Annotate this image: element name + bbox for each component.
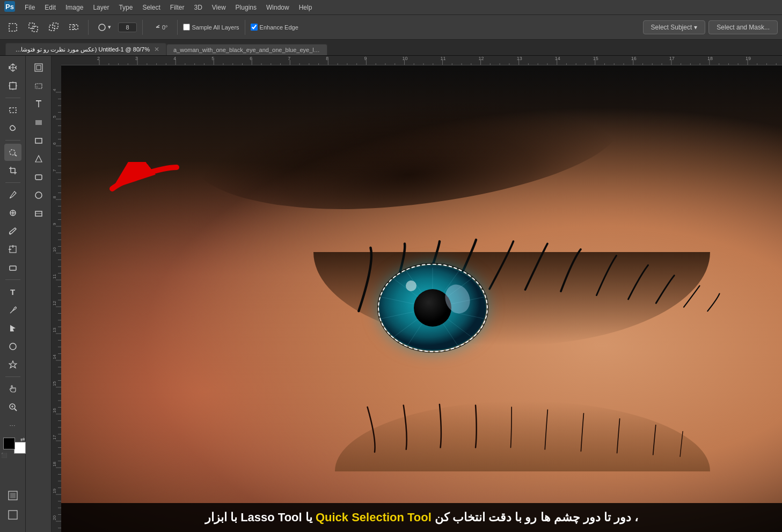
clone-stamp-btn[interactable] <box>4 241 21 258</box>
bottom-text-part3: ، دور تا دور چشم ها رو با دقت انتخاب کن <box>435 511 638 524</box>
add-selection-btn[interactable] <box>25 20 42 34</box>
svg-rect-41 <box>9 511 17 519</box>
rect-shape2-btn[interactable] <box>30 114 47 131</box>
path-select-btn[interactable] <box>4 320 21 337</box>
background-color[interactable] <box>14 442 26 454</box>
svg-marker-48 <box>35 156 42 162</box>
separator-4 <box>245 20 245 35</box>
eye-iris <box>379 265 486 351</box>
main-area: T ··· ⇄ ⬛ <box>0 56 782 532</box>
svg-rect-5 <box>49 25 55 31</box>
menu-item-edit[interactable]: Edit <box>40 2 60 13</box>
enhance-edge-label[interactable]: Enhance Edge <box>251 24 298 31</box>
svg-rect-12 <box>10 83 16 89</box>
tab-close-0[interactable]: ✕ <box>154 46 159 53</box>
rect3-btn[interactable] <box>30 168 47 186</box>
svg-rect-4 <box>32 26 38 32</box>
menu-item-file[interactable]: File <box>20 2 39 13</box>
horizontal-ruler <box>61 56 782 65</box>
rect-outline2-btn[interactable] <box>30 132 47 149</box>
menu-item-filter[interactable]: Filter <box>166 2 189 13</box>
quick-selection-tool-btn[interactable] <box>4 144 21 161</box>
menu-item-plugins[interactable]: Plugins <box>231 2 261 13</box>
svg-rect-40 <box>10 493 16 498</box>
tab-untitled[interactable]: Untitled-1 @ 80/7% (عکس مورد نظرت رو تو … <box>5 43 166 55</box>
sample-all-layers-label[interactable]: Sample All Layers <box>183 24 239 31</box>
menu-item-image[interactable]: Image <box>61 2 87 13</box>
select-subject-button[interactable]: Select Subject ▾ <box>643 20 706 34</box>
eyedropper-btn[interactable] <box>4 186 21 203</box>
menu-item-help[interactable]: Help <box>295 2 317 13</box>
canvas-area: ، دور تا دور چشم ها رو با دقت انتخاب کن … <box>52 56 782 532</box>
brush-tool-btn[interactable] <box>4 223 21 240</box>
subtract-selection-btn[interactable] <box>45 20 62 34</box>
select-and-mask-button[interactable]: Select and Mask... <box>708 20 778 34</box>
screen-mode-btn[interactable] <box>4 506 21 523</box>
svg-text:Ps: Ps <box>5 3 14 11</box>
app-icon[interactable]: Ps <box>4 1 15 13</box>
tool-sep-2 <box>5 140 20 141</box>
circle2-btn[interactable] <box>30 187 47 204</box>
svg-point-18 <box>10 150 15 155</box>
menu-item-type[interactable]: Type <box>114 2 137 13</box>
color-picker-wrapper: ⇄ ⬛ <box>3 438 23 457</box>
select-subject-dropdown: ▾ <box>694 24 697 31</box>
tab-photo[interactable]: a_woman_with_one_black_eye_and_one_blue_… <box>166 44 327 55</box>
brush-picker-btn[interactable]: ▾ <box>94 21 115 34</box>
menu-item-select[interactable]: Select <box>138 2 164 13</box>
brush2-btn[interactable] <box>30 95 47 113</box>
menu-bar: Ps File Edit Image Layer Type Select Fil… <box>0 0 782 15</box>
artboard-tool-btn[interactable] <box>4 77 21 94</box>
svg-rect-32 <box>10 266 16 270</box>
sample-all-layers-checkbox[interactable] <box>183 24 190 31</box>
menu-item-window[interactable]: Window <box>262 2 294 13</box>
menu-item-layer[interactable]: Layer <box>89 2 113 13</box>
brush-dropdown-arrow: ▾ <box>108 24 111 31</box>
menu-item-3d[interactable]: 3D <box>189 2 206 13</box>
new-selection-btn[interactable] <box>4 20 21 34</box>
enhance-edge-checkbox[interactable] <box>251 24 258 31</box>
vertical-ruler <box>52 65 61 532</box>
rect-marquee-btn[interactable] <box>4 101 21 119</box>
svg-line-19 <box>14 154 17 156</box>
options-toolbar: ▾ 8 0° Sample All Layers Enhance Edge Se… <box>0 15 782 40</box>
bottom-text-lasso: Lasso Tool <box>240 511 302 524</box>
toolbox-primary: T ··· ⇄ ⬛ <box>0 56 26 532</box>
quick-mask-btn[interactable] <box>4 487 21 504</box>
foreground-color[interactable] <box>3 438 15 449</box>
pen-tool-btn[interactable] <box>4 301 21 319</box>
svg-rect-47 <box>35 138 42 143</box>
text-tool-btn[interactable]: T <box>4 283 21 300</box>
shape-tool-btn[interactable] <box>4 338 21 355</box>
more-tools-btn[interactable]: ··· <box>4 417 21 434</box>
intersect-selection-btn[interactable] <box>65 20 83 34</box>
hand-tool-btn[interactable] <box>4 380 21 397</box>
angle-label: 0° <box>162 24 168 31</box>
canvas-container[interactable]: ، دور تا دور چشم ها رو با دقت انتخاب کن … <box>61 65 782 532</box>
frame-tool2-btn[interactable] <box>30 59 47 76</box>
svg-rect-17 <box>10 108 16 113</box>
eraser-btn[interactable] <box>4 259 21 276</box>
toolbox-secondary <box>26 56 52 532</box>
tool-sep-4 <box>5 279 20 280</box>
svg-rect-6 <box>53 23 58 28</box>
pen-path2-btn[interactable] <box>30 150 47 167</box>
star-tool-btn[interactable] <box>4 356 21 373</box>
separator-3 <box>177 20 178 35</box>
select2-btn[interactable] <box>30 77 47 94</box>
rect4-btn[interactable] <box>30 205 47 222</box>
svg-point-50 <box>35 192 42 198</box>
svg-rect-2 <box>9 24 17 31</box>
angle-btn[interactable]: 0° <box>148 21 172 34</box>
zoom-tool-btn[interactable] <box>4 398 21 416</box>
default-colors-icon[interactable]: ⬛ <box>1 453 7 458</box>
svg-rect-49 <box>35 175 42 180</box>
menu-item-view[interactable]: View <box>208 2 230 13</box>
crop-tool-btn[interactable] <box>4 162 21 179</box>
bottom-text-part1: با ابزار <box>205 511 237 524</box>
eye-highlight-small <box>406 280 416 291</box>
lasso-tool-btn[interactable] <box>4 120 21 137</box>
move-tool-btn[interactable] <box>4 59 21 76</box>
heal-brush-btn[interactable] <box>4 204 21 221</box>
brush-size-input[interactable]: 8 <box>118 23 137 32</box>
